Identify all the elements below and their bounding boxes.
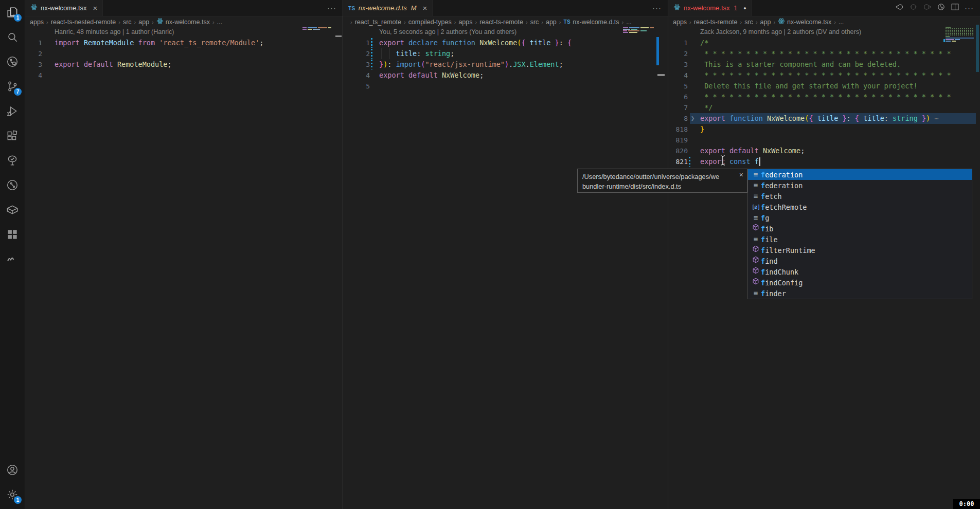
breadcrumb-item[interactable]: app <box>546 19 557 26</box>
grid-icon[interactable] <box>0 222 25 247</box>
code-area[interactable]: Hanric, 48 minutes ago | 1 author (Hanri… <box>25 27 343 81</box>
breadcrumb-item[interactable]: apps <box>30 19 44 26</box>
breadcrumb-item[interactable]: react-ts-nested-remote <box>51 19 116 26</box>
breadcrumb-item[interactable]: app <box>760 19 771 26</box>
code-line[interactable]: 2 title: string; <box>343 48 668 59</box>
code-line[interactable]: 821export const f <box>668 156 980 167</box>
breadcrumb-item[interactable]: react_ts_remote <box>355 19 401 26</box>
code-line[interactable]: 8❯export function NxWelcome({ title }: {… <box>668 113 980 124</box>
breadcrumb-label: app <box>760 19 771 26</box>
circle-icon[interactable] <box>909 3 918 13</box>
settings-icon[interactable]: 1 <box>0 482 25 507</box>
code-area[interactable]: Zack Jackson, 9 months ago | 2 authors (… <box>668 27 980 167</box>
code-line[interactable]: 2 * * * * * * * * * * * * * * * * * * * … <box>668 48 980 59</box>
suggest-item-federation[interactable]: ≡federation <box>748 169 972 180</box>
suggest-item-findConfig[interactable]: findConfig <box>748 277 972 288</box>
code-line[interactable]: 820export default NxWelcome; <box>668 146 980 156</box>
close-icon[interactable]: × <box>423 4 427 12</box>
code-line[interactable]: 1export declare function NxWelcome({ tit… <box>343 38 668 48</box>
search-icon[interactable] <box>0 25 25 49</box>
code-line[interactable]: 4 * * * * * * * * * * * * * * * * * * * … <box>668 70 980 81</box>
gutter <box>370 70 379 81</box>
breadcrumb-item[interactable]: react-ts-remote <box>479 19 523 26</box>
suggest-item-fib[interactable]: fib <box>748 223 972 234</box>
close-icon[interactable]: × <box>739 171 743 179</box>
dirty-indicator-icon[interactable]: ● <box>743 6 746 11</box>
code-line[interactable]: 1/* <box>668 38 980 48</box>
more-actions-icon[interactable]: ··· <box>652 4 662 13</box>
more-actions-icon[interactable]: ··· <box>327 4 336 13</box>
gutter <box>42 59 55 70</box>
breadcrumb-item[interactable]: src <box>530 19 539 26</box>
breadcrumb-item[interactable]: ... <box>217 19 222 26</box>
git-graph-circle-icon[interactable] <box>0 49 25 74</box>
code-line[interactable]: 6 * * * * * * * * * * * * * * * * * * * … <box>668 92 980 102</box>
run-debug-icon[interactable] <box>0 99 25 123</box>
run-circle-icon[interactable] <box>937 3 946 13</box>
breadcrumb-label: react-ts-remote <box>479 19 523 26</box>
breadcrumb-item[interactable]: app <box>138 19 149 26</box>
recording-timer-badge: 0:00 <box>953 499 980 509</box>
code-line[interactable]: 818} <box>668 124 980 135</box>
breadcrumb-item[interactable]: nx-welcome.tsx <box>778 17 831 26</box>
suggest-item-fg[interactable]: ≡fg <box>748 212 972 223</box>
box-icon[interactable] <box>0 197 25 222</box>
breadcrumb-item[interactable]: src <box>744 19 753 26</box>
editor-group-divider[interactable] <box>668 0 668 509</box>
suggest-item-filterRuntime[interactable]: filterRuntime <box>748 245 972 256</box>
suggest-item-find[interactable]: find <box>748 256 972 266</box>
suggest-item-fetch[interactable]: ≡fetch <box>748 191 972 202</box>
breadcrumb-item[interactable]: apps <box>458 19 472 26</box>
breadcrumb-item[interactable]: TSnx-welcome.d.ts <box>564 19 619 26</box>
tab-nx-welcome.tsx[interactable]: nx-welcome.tsx1● <box>668 0 752 16</box>
breadcrumb-item[interactable]: react-ts-remote <box>694 19 738 26</box>
code-line[interactable]: 4export default NxWelcome; <box>343 70 668 81</box>
nav-forward-icon[interactable] <box>923 3 932 13</box>
nav-back-icon[interactable] <box>895 3 904 13</box>
vscode-window: 171 nx-welcome.tsx×···apps›react-ts-nest… <box>0 0 980 509</box>
minimap-line <box>629 32 637 33</box>
breadcrumb-label: apps <box>30 19 44 26</box>
breadcrumb-item[interactable]: src <box>123 19 132 26</box>
code-line[interactable]: 3 This is a starter component and can be… <box>668 59 980 70</box>
account-icon[interactable] <box>0 458 25 482</box>
tab-nx-welcome.d.ts[interactable]: TSnx-welcome.d.tsM× <box>343 0 433 16</box>
code-line[interactable]: 5 Delete this file and get started with … <box>668 81 980 92</box>
breadcrumb-item[interactable]: nx-welcome.tsx <box>156 17 210 26</box>
extensions-icon[interactable] <box>0 123 25 148</box>
gutter <box>42 48 55 59</box>
code-line[interactable]: 819 <box>668 135 980 146</box>
suggest-item-file[interactable]: ≡file <box>748 234 972 245</box>
modified-line-gutter-marker <box>689 157 690 167</box>
breadcrumb-item[interactable]: compiled-types <box>408 19 452 26</box>
history-circle-icon[interactable] <box>0 173 25 197</box>
code-line[interactable]: 3export default RemoteModule; <box>25 59 343 70</box>
breadcrumb-item[interactable]: ... <box>626 19 631 26</box>
breadcrumb-label: app <box>546 19 557 26</box>
waves-icon[interactable] <box>0 247 25 271</box>
chevron-right-icon: › <box>350 19 352 25</box>
minimap-line <box>302 27 307 28</box>
breadcrumb-item[interactable]: ... <box>839 19 844 26</box>
code-line[interactable]: 4 <box>25 70 343 81</box>
suggest-item-federation[interactable]: ≡federation <box>748 180 972 191</box>
tab-nx-welcome.tsx[interactable]: nx-welcome.tsx× <box>25 0 103 16</box>
split-editor-icon[interactable] <box>951 3 959 13</box>
breadcrumb-item[interactable]: apps <box>673 19 687 26</box>
source-control-icon[interactable]: 7 <box>0 74 25 99</box>
suggest-item-fetchRemote[interactable]: [ø]fetchRemote <box>748 202 972 212</box>
code-line[interactable]: 7 */ <box>668 102 980 113</box>
explorer-icon[interactable]: 1 <box>0 0 25 25</box>
code-line[interactable]: 3}): import("react/jsx-runtime").JSX.Ele… <box>343 59 668 70</box>
suggest-item-findChunk[interactable]: findChunk <box>748 266 972 277</box>
tree-icon[interactable] <box>0 148 25 173</box>
more-actions-icon[interactable]: ··· <box>965 4 974 13</box>
close-icon[interactable]: × <box>93 4 98 12</box>
code-line[interactable]: 1import RemoteModule from 'react_ts_remo… <box>25 38 343 48</box>
code-line[interactable]: 5 <box>343 81 668 92</box>
suggest-item-finder[interactable]: ≡finder <box>748 288 972 299</box>
tab-label: nx-welcome.d.ts <box>359 4 407 12</box>
editor-group-divider[interactable] <box>343 0 343 509</box>
code-line[interactable]: 2 <box>25 48 343 59</box>
code-area[interactable]: You, 5 seconds ago | 2 authors (You and … <box>343 27 668 92</box>
